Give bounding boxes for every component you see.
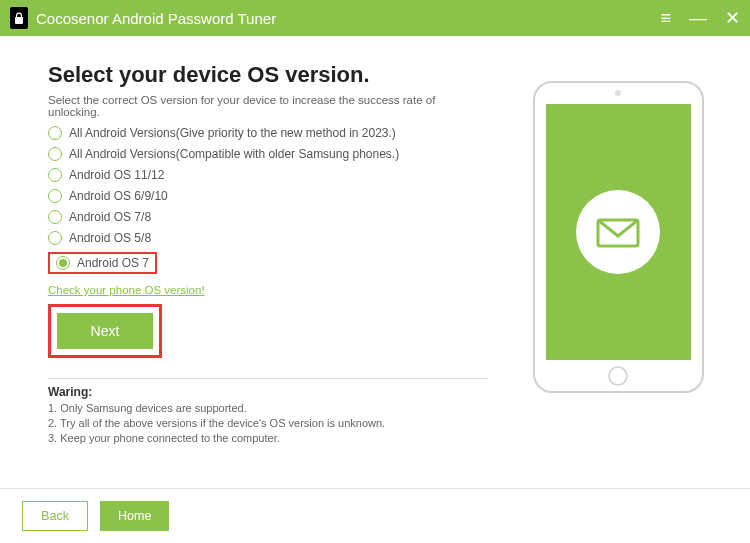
check-version-link[interactable]: Check your phone OS version! [48,284,205,296]
os-option[interactable]: Android OS 11/12 [48,168,488,182]
os-option[interactable]: All Android Versions(Compatible with old… [48,147,488,161]
app-title: Cocosenor Android Password Tuner [36,10,276,27]
option-label: All Android Versions(Compatible with old… [69,147,399,161]
os-option[interactable]: Android OS 7/8 [48,210,488,224]
page-title: Select your device OS version. [48,62,488,88]
option-label: Android OS 7/8 [69,210,151,224]
radio-icon [48,126,62,140]
warning-item: 1. Only Samsung devices are supported. [48,402,488,414]
form-column: Select your device OS version. Select th… [22,54,488,447]
window-controls: ≡ — ✕ [660,9,740,27]
svg-point-3 [609,367,627,385]
back-button[interactable]: Back [22,501,88,531]
warning-item: 2. Try all of the above versions if the … [48,417,488,429]
next-button[interactable]: Next [57,313,153,349]
radio-icon [48,189,62,203]
option-label: Android OS 11/12 [69,168,164,182]
app-lock-icon [10,7,28,29]
minimize-icon[interactable]: — [689,9,707,27]
footer-bar: Back Home [0,488,750,543]
close-icon[interactable]: ✕ [725,9,740,27]
divider [48,378,488,379]
radio-icon [48,147,62,161]
main-content: Select your device OS version. Select th… [0,36,750,496]
os-option[interactable]: All Android Versions(Give priority to th… [48,126,488,140]
os-option[interactable]: Android OS 5/8 [48,231,488,245]
next-highlight-box: Next [48,304,162,358]
phone-icon [526,74,711,404]
svg-point-4 [576,190,660,274]
svg-point-2 [615,90,621,96]
phone-illustration [508,54,728,447]
option-label: Android OS 6/9/10 [69,189,168,203]
os-option[interactable]: Android OS 6/9/10 [48,189,488,203]
radio-icon [48,210,62,224]
home-button[interactable]: Home [100,501,169,531]
warning-item: 3. Keep your phone connected to the comp… [48,432,488,444]
warning-title: Waring: [48,385,488,399]
page-subtitle: Select the correct OS version for your d… [48,94,488,118]
os-option[interactable]: Android OS 7 [48,252,488,280]
radio-icon [48,231,62,245]
title-bar: Cocosenor Android Password Tuner ≡ — ✕ [0,0,750,36]
option-label: Android OS 5/8 [69,231,151,245]
os-options-list: All Android Versions(Give priority to th… [48,126,488,280]
title-bar-left: Cocosenor Android Password Tuner [10,7,660,29]
option-label: Android OS 7 [77,256,149,270]
menu-icon[interactable]: ≡ [660,9,671,27]
radio-icon [48,168,62,182]
radio-icon [56,256,70,270]
warning-list: 1. Only Samsung devices are supported.2.… [48,402,488,444]
option-label: All Android Versions(Give priority to th… [69,126,396,140]
